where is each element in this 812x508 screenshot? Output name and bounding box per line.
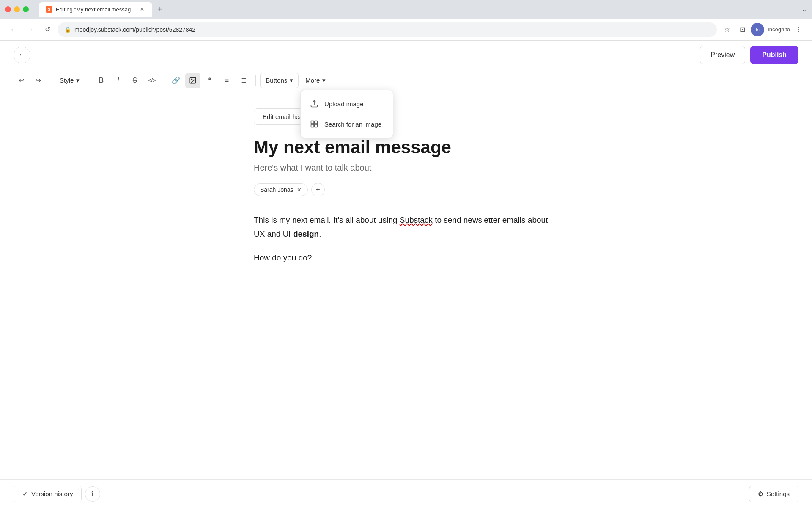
info-btn[interactable]: ℹ [85, 486, 100, 502]
more-dropdown-btn[interactable]: More ▾ [300, 73, 331, 88]
substack-link[interactable]: Substack [400, 215, 433, 224]
active-tab[interactable]: S Editing "My next email messag... ✕ [39, 2, 152, 17]
search-image-icon [309, 119, 319, 129]
header-left: ← [14, 47, 30, 64]
code-btn[interactable]: </> [144, 73, 159, 88]
new-tab-btn[interactable]: + [154, 3, 166, 15]
italic-btn[interactable]: I [110, 73, 126, 88]
toolbar: ↩ ↪ Style ▾ B I S̶ </> 🔗 ❝ ≡ ≣ [0, 69, 812, 91]
settings-label: Settings [767, 490, 790, 497]
quote-btn[interactable]: ❝ [202, 73, 217, 88]
style-label: Style [60, 77, 74, 84]
settings-btn[interactable]: ⚙ Settings [749, 486, 798, 502]
nav-actions: ☆ ⊡ In Incognito ⋮ [720, 23, 805, 36]
tab-bar: S Editing "My next email messag... ✕ + [39, 2, 798, 17]
search-image-label: Search for an image [324, 121, 381, 128]
upload-image-icon [309, 99, 319, 109]
buttons-dropdown-btn[interactable]: Buttons ▾ [260, 73, 299, 88]
publish-btn[interactable]: Publish [750, 46, 798, 64]
title-bar: S Editing "My next email messag... ✕ + ⌄ [0, 0, 812, 19]
toolbar-divider-4 [255, 75, 256, 86]
side-panel-btn[interactable]: ⊡ [735, 23, 749, 36]
forward-btn[interactable]: → [24, 23, 37, 36]
lock-icon: 🔒 [64, 26, 71, 33]
link-btn[interactable]: 🔗 [168, 73, 184, 88]
preview-btn[interactable]: Preview [700, 46, 745, 64]
add-author-btn[interactable]: + [311, 183, 325, 196]
svg-rect-3 [311, 121, 314, 124]
bottom-right: ⚙ Settings [749, 486, 798, 502]
svg-rect-5 [311, 124, 314, 127]
traffic-lights [5, 6, 29, 12]
toolbar-divider-2 [89, 75, 89, 86]
settings-gear-icon: ⚙ [758, 490, 763, 498]
tab-close-btn[interactable]: ✕ [139, 6, 145, 13]
nav-bar: ← → ↺ 🔒 moodjoy.substack.com/publish/pos… [0, 19, 812, 41]
strikethrough-btn[interactable]: S̶ [127, 73, 143, 88]
image-dropdown-menu: Upload image Search for an image [300, 90, 393, 138]
author-name: Sarah Jonas [260, 186, 294, 193]
author-tag: Sarah Jonas ✕ [254, 183, 308, 196]
bold-btn[interactable]: B [93, 73, 109, 88]
style-dropdown-btn[interactable]: Style ▾ [55, 73, 85, 88]
incognito-label: Incognito [768, 26, 790, 33]
style-chevron: ▾ [76, 77, 80, 84]
back-to-posts-btn[interactable]: ← [14, 47, 30, 64]
image-btn[interactable] [185, 73, 200, 88]
expand-btn[interactable]: ⌄ [802, 6, 807, 13]
toolbar-divider-1 [50, 75, 50, 86]
version-history-label: Version history [31, 490, 73, 497]
authors-row: Sarah Jonas ✕ + [254, 183, 558, 196]
post-title[interactable]: My next email message [254, 137, 558, 158]
browser-frame: S Editing "My next email messag... ✕ + ⌄… [0, 0, 812, 508]
svg-rect-6 [315, 124, 318, 127]
header-right: Preview Publish [700, 46, 798, 64]
svg-rect-4 [315, 121, 318, 124]
buttons-chevron: ▾ [290, 77, 293, 84]
toolbar-divider-3 [164, 75, 164, 86]
bottom-bar: ✓ Version history ℹ ⚙ Settings [0, 479, 812, 508]
remove-author-btn[interactable]: ✕ [297, 187, 302, 193]
undo-btn[interactable]: ↩ [14, 73, 29, 88]
more-label: More [305, 77, 320, 84]
address-bar[interactable]: 🔒 moodjoy.substack.com/publish/post/5282… [58, 22, 717, 37]
bottom-left: ✓ Version history ℹ [14, 486, 100, 502]
editor-content: Edit email header and footer › My next e… [254, 108, 558, 278]
ordered-btn[interactable]: ≣ [236, 73, 251, 88]
close-traffic-light[interactable] [5, 6, 11, 12]
buttons-label: Buttons [266, 77, 287, 84]
maximize-traffic-light[interactable] [23, 6, 29, 12]
more-chevron: ▾ [322, 77, 326, 84]
bullet-btn[interactable]: ≡ [219, 73, 234, 88]
minimize-traffic-light[interactable] [14, 6, 20, 12]
version-history-btn[interactable]: ✓ Version history [14, 486, 82, 502]
back-btn[interactable]: ← [7, 23, 20, 36]
address-text: moodjoy.substack.com/publish/post/528278… [74, 26, 710, 33]
browser-more-btn[interactable]: ⋮ [792, 23, 805, 36]
redo-btn[interactable]: ↪ [30, 73, 46, 88]
upload-image-item[interactable]: Upload image [301, 94, 393, 114]
refresh-btn[interactable]: ↺ [41, 23, 54, 36]
profile-label: In [756, 27, 760, 32]
svg-point-1 [192, 79, 192, 80]
post-body[interactable]: This is my next email. It's all about us… [254, 213, 558, 265]
app-content: ← Preview Publish ↩ ↪ Style ▾ B I S̶ </>… [0, 41, 812, 508]
profile-btn[interactable]: In [751, 23, 764, 36]
upload-image-label: Upload image [324, 100, 364, 108]
editor-area: Edit email header and footer › My next e… [0, 91, 812, 479]
search-image-item[interactable]: Search for an image [301, 114, 393, 134]
tab-favicon: S [46, 6, 52, 13]
post-subtitle[interactable]: Here's what I want to talk about [254, 163, 558, 173]
bookmark-btn[interactable]: ☆ [720, 23, 734, 36]
tab-title: Editing "My next email messag... [56, 6, 135, 13]
app-header: ← Preview Publish [0, 41, 812, 69]
version-history-check-icon: ✓ [22, 490, 28, 498]
